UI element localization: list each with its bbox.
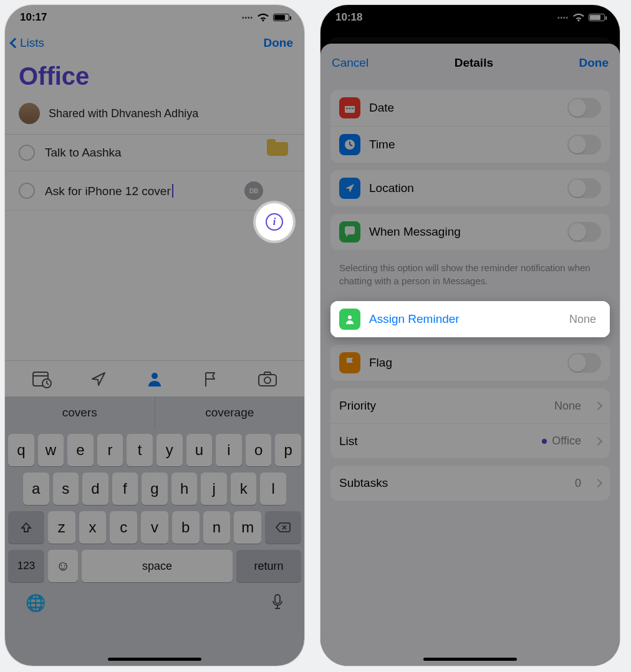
- svg-rect-13: [349, 108, 351, 109]
- toggle[interactable]: [567, 178, 601, 198]
- home-indicator[interactable]: [108, 658, 201, 661]
- cancel-button[interactable]: Cancel: [332, 56, 368, 70]
- calendar-clock-icon[interactable]: [31, 368, 52, 390]
- key-e[interactable]: e: [67, 434, 94, 466]
- cell-location[interactable]: Location: [330, 170, 610, 206]
- toggle[interactable]: [567, 98, 601, 118]
- cell-subtasks[interactable]: Subtasks 0: [330, 466, 610, 501]
- toggle[interactable]: [567, 353, 601, 373]
- symbols-key[interactable]: 123: [8, 550, 44, 582]
- key-s[interactable]: s: [53, 473, 79, 505]
- assignee-chip[interactable]: DB: [244, 181, 263, 200]
- key-u[interactable]: u: [186, 434, 213, 466]
- key-c[interactable]: c: [110, 511, 137, 544]
- key-d[interactable]: d: [82, 473, 108, 505]
- shared-with-row[interactable]: Shared with Dhvanesh Adhiya: [5, 102, 304, 135]
- suggestion-bar: covers coverage: [5, 396, 304, 429]
- reminder-text[interactable]: Ask for iPhone 12 cover: [45, 184, 237, 198]
- key-z[interactable]: z: [48, 511, 75, 544]
- complete-circle[interactable]: [19, 145, 35, 161]
- key-n[interactable]: n: [203, 511, 231, 544]
- key-v[interactable]: v: [141, 511, 168, 544]
- delete-key[interactable]: [265, 511, 301, 544]
- chevron-right-icon: [594, 401, 602, 410]
- suggestion[interactable]: coverage: [155, 396, 305, 429]
- key-t[interactable]: t: [127, 434, 153, 466]
- key-a[interactable]: a: [23, 473, 49, 505]
- key-y[interactable]: y: [157, 434, 183, 466]
- sheet-title: Details: [455, 56, 493, 70]
- key-g[interactable]: g: [142, 473, 168, 505]
- group-location: Location: [330, 170, 610, 206]
- home-indicator[interactable]: [423, 658, 517, 661]
- details-sheet: Cancel Details Done Date Time: [320, 44, 620, 666]
- svg-rect-6: [259, 375, 276, 386]
- key-m[interactable]: m: [234, 511, 261, 544]
- key-i[interactable]: i: [216, 434, 242, 466]
- key-o[interactable]: o: [246, 434, 272, 466]
- battery-icon: [273, 14, 289, 21]
- cell-time[interactable]: Time: [330, 126, 610, 163]
- done-button[interactable]: Done: [579, 56, 609, 70]
- back-button[interactable]: Lists: [11, 36, 44, 50]
- suggestion[interactable]: covers: [5, 396, 155, 429]
- key-b[interactable]: b: [172, 511, 200, 544]
- group-assign: Assign Reminder None: [330, 301, 610, 337]
- key-f[interactable]: f: [112, 473, 138, 505]
- space-key[interactable]: space: [82, 550, 233, 582]
- cell-flag[interactable]: Flag: [330, 345, 610, 381]
- reminder-row[interactable]: Talk to Aashka: [5, 135, 304, 171]
- globe-icon[interactable]: 🌐: [26, 593, 46, 613]
- list-color-dot: [542, 439, 547, 444]
- key-j[interactable]: j: [201, 473, 227, 505]
- cell-list[interactable]: List Office: [330, 423, 610, 458]
- right-screenshot: 10:18 •••• Cancel Details Done Date: [320, 5, 620, 666]
- toggle[interactable]: [567, 222, 601, 242]
- group-meta: Priority None List Office: [330, 388, 610, 458]
- key-h[interactable]: h: [171, 473, 198, 505]
- return-key[interactable]: return: [236, 550, 301, 582]
- complete-circle[interactable]: [19, 183, 35, 199]
- key-l[interactable]: l: [260, 473, 286, 505]
- key-k[interactable]: k: [231, 473, 257, 505]
- key-p[interactable]: p: [275, 434, 301, 466]
- flag-icon[interactable]: [200, 368, 221, 390]
- person-icon: [339, 309, 360, 330]
- svg-point-18: [348, 315, 352, 319]
- nav-bar: Lists Done: [5, 30, 304, 56]
- calendar-icon: [339, 97, 360, 118]
- person-icon[interactable]: [144, 368, 165, 390]
- key-w[interactable]: w: [38, 434, 64, 466]
- folder-icon: [267, 142, 288, 156]
- svg-point-7: [264, 377, 271, 383]
- cell-when-messaging[interactable]: When Messaging: [330, 214, 610, 250]
- shared-with-label: Shared with Dhvanesh Adhiya: [49, 107, 198, 120]
- reminder-row[interactable]: Ask for iPhone 12 cover DB: [5, 171, 304, 211]
- cell-assign-reminder[interactable]: Assign Reminder None: [330, 301, 610, 337]
- key-x[interactable]: x: [79, 511, 107, 544]
- svg-rect-10: [345, 103, 355, 106]
- cell-priority[interactable]: Priority None: [330, 388, 610, 423]
- info-button[interactable]: i: [256, 203, 293, 241]
- location-arrow-icon[interactable]: [88, 368, 109, 390]
- camera-icon[interactable]: [257, 368, 278, 390]
- status-time: 10:17: [20, 11, 47, 24]
- chevron-right-icon: [594, 479, 602, 487]
- wifi-icon: [257, 13, 269, 22]
- done-button[interactable]: Done: [264, 36, 294, 50]
- toggle[interactable]: [567, 135, 601, 155]
- emoji-key[interactable]: ☺: [48, 550, 78, 582]
- cell-date[interactable]: Date: [330, 90, 610, 126]
- status-bar: 10:18 ••••: [320, 5, 620, 30]
- reminder-text[interactable]: Talk to Aashka: [45, 146, 259, 160]
- cell-signal-icon: ••••: [557, 14, 569, 21]
- mic-icon[interactable]: [271, 593, 284, 613]
- text-cursor: [172, 184, 173, 198]
- key-r[interactable]: r: [97, 434, 123, 466]
- shift-key[interactable]: [8, 511, 44, 544]
- list-title: Office: [5, 56, 304, 102]
- keyboard: q w e r t y u i o p a s d f g h j k l: [5, 429, 304, 666]
- clock-icon: [339, 134, 360, 155]
- svg-rect-12: [346, 108, 348, 109]
- key-q[interactable]: q: [8, 434, 34, 466]
